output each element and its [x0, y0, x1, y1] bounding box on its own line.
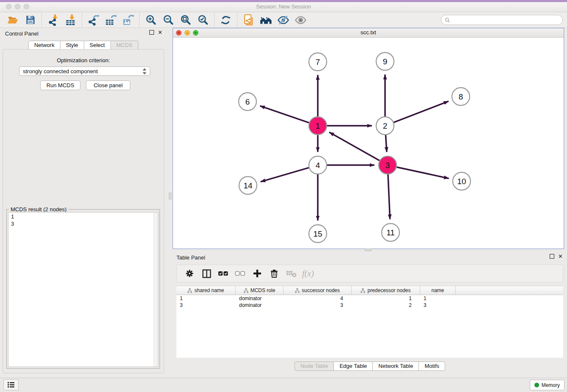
tab-style[interactable]: Style	[61, 41, 84, 50]
panel-splitter-handle[interactable]	[169, 193, 171, 199]
column-header-label: successor nodes	[302, 287, 340, 293]
table-cell: 1	[352, 295, 420, 301]
mcds-result-title: MCDS result (2 nodes)	[9, 206, 68, 213]
memory-button[interactable]: Memory	[530, 380, 564, 390]
export-network-icon[interactable]	[85, 13, 102, 27]
graph-edge-1-6[interactable]	[260, 106, 309, 123]
mcds-result-area[interactable]: 1 3	[8, 212, 158, 367]
column-type-icon	[295, 288, 300, 293]
zoom-out-icon[interactable]	[160, 13, 177, 27]
graph-edge-3-10[interactable]	[396, 167, 449, 179]
column-header-name[interactable]: name	[420, 286, 456, 295]
titlebar: Session: New Session	[0, 2, 567, 12]
add-column-icon[interactable]	[250, 267, 265, 280]
graph-node-label: 2	[383, 121, 388, 130]
result-scrollbar[interactable]	[154, 213, 158, 367]
settings-gear-icon[interactable]	[182, 267, 197, 280]
delete-column-icon[interactable]	[267, 267, 282, 280]
zoom-in-icon[interactable]	[142, 13, 160, 27]
graph-node-label: 8	[459, 92, 463, 101]
close-panel-button[interactable]: Close panel	[86, 80, 130, 90]
graph-edge-4-14[interactable]	[261, 168, 309, 182]
graph-node-label: 15	[313, 229, 322, 238]
column-header-shared-name[interactable]: shared name	[176, 286, 236, 295]
graph-node-label: 3	[385, 161, 390, 170]
column-type-icon	[361, 288, 365, 293]
column-header-mcds-role[interactable]: MCDS role	[236, 286, 284, 295]
network-splitter-handle[interactable]	[365, 248, 372, 251]
table-cell: dominator	[236, 295, 284, 301]
graph-node-label: 6	[245, 97, 250, 106]
import-network-icon[interactable]	[44, 13, 62, 27]
float-table-panel-icon[interactable]	[550, 254, 554, 259]
tab-motifs[interactable]: Motifs	[419, 362, 445, 371]
close-panel-icon[interactable]: ✕	[158, 30, 162, 35]
refresh-layout-icon[interactable]	[217, 13, 234, 27]
table-cell: 4	[284, 295, 352, 301]
toolbar-separator	[237, 13, 237, 27]
export-image-icon[interactable]	[119, 13, 137, 27]
column-header-successor-nodes[interactable]: successor nodes	[284, 286, 352, 295]
deselect-all-columns-icon[interactable]	[233, 267, 248, 280]
zoom-fit-icon[interactable]	[177, 13, 194, 27]
show-all-eye-icon[interactable]	[292, 13, 309, 27]
float-panel-icon[interactable]	[149, 30, 154, 35]
run-mcds-button[interactable]: Run MCDS	[40, 80, 80, 90]
memory-status-icon	[534, 383, 539, 387]
close-table-panel-icon[interactable]: ✕	[558, 254, 563, 259]
status-bar: Memory	[0, 378, 567, 392]
network-graph[interactable]: 7968124314101511	[173, 37, 564, 248]
search-input[interactable]	[452, 17, 559, 23]
table-header-row[interactable]: shared nameMCDS rolesuccessor nodesprede…	[176, 286, 563, 295]
toolbar-separator	[139, 13, 140, 27]
import-table-icon[interactable]	[62, 13, 79, 27]
main-toolbar	[0, 12, 567, 28]
column-header-label: shared name	[194, 287, 224, 293]
table-panel: Table Panel ✕ f(x) shared nameMCDS roles…	[173, 252, 567, 376]
select-all-columns-icon[interactable]	[216, 267, 231, 280]
column-header-predecessor-nodes[interactable]: predecessor nodes	[352, 286, 420, 295]
ui-panels-menu-button[interactable]	[3, 379, 19, 390]
tab-select[interactable]: Select	[84, 41, 111, 50]
graph-edge-2-8[interactable]	[394, 101, 449, 122]
hide-selected-eye-icon[interactable]	[275, 13, 292, 27]
open-file-icon[interactable]	[4, 13, 22, 27]
export-table-icon[interactable]	[102, 13, 119, 27]
graph-edge-2-3[interactable]	[385, 135, 387, 152]
column-header-label: predecessor nodes	[367, 287, 410, 293]
tab-network-table[interactable]: Network Table	[373, 362, 419, 371]
search-icon	[445, 17, 450, 23]
toolbar-separator	[214, 13, 215, 27]
optimization-criterion-label: Optimization criterion:	[3, 57, 164, 63]
tab-node-table[interactable]: Node Table	[295, 362, 334, 371]
table-cell: 3	[284, 302, 352, 308]
zoom-selected-icon[interactable]	[194, 13, 212, 27]
split-panel-icon[interactable]	[199, 267, 214, 280]
table-panel-tabs: Node TableEdge TableNetwork TableMotifs	[173, 362, 567, 371]
table-cell: 3	[176, 302, 236, 308]
table-cell: 1	[420, 295, 456, 301]
column-header-label: MCDS role	[250, 287, 275, 293]
mcds-panel: Optimization criterion: strongly connect…	[3, 49, 164, 373]
table-body: 1dominator4113dominator323	[176, 295, 563, 309]
graph-node-label: 11	[386, 228, 395, 237]
tab-mcds[interactable]: MCDS	[111, 41, 138, 50]
save-session-icon[interactable]	[22, 13, 39, 27]
graph-edge-3-11[interactable]	[388, 174, 390, 219]
optimization-criterion-select[interactable]: strongly connected component	[19, 66, 150, 76]
tab-edge-table[interactable]: Edge Table	[334, 362, 373, 371]
graph-node-label: 10	[457, 177, 466, 186]
search-field[interactable]	[441, 15, 563, 25]
table-cell: 1	[176, 295, 236, 301]
table-row[interactable]: 3dominator323	[176, 302, 563, 309]
tab-network[interactable]: Network	[28, 41, 61, 50]
first-neighbors-icon[interactable]	[257, 13, 275, 27]
column-header-label: name	[431, 287, 444, 293]
node-table: shared nameMCDS rolesuccessor nodesprede…	[176, 286, 563, 358]
table-cell: 3	[420, 302, 456, 308]
table-row[interactable]: 1dominator411	[176, 295, 563, 302]
graph-edge-3-1[interactable]	[329, 132, 380, 160]
network-window-titlebar[interactable]: ✕ − + scc.txt	[173, 28, 564, 38]
column-header-filler	[456, 286, 563, 295]
clone-network-icon[interactable]	[240, 13, 257, 27]
